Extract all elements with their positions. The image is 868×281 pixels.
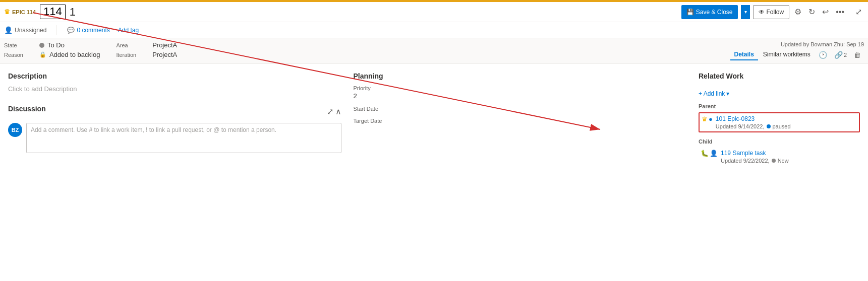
bug-child-icon: 🐛 (701, 150, 709, 157)
child-icons: 🐛 👤 (701, 150, 718, 157)
expand-button[interactable]: ⤢ (853, 5, 864, 19)
start-date-field: Start Date (354, 106, 687, 112)
area-label: Area (116, 42, 136, 48)
new-dot (772, 159, 776, 163)
parent-item-meta: Updated 9/14/2022, paused (716, 123, 857, 129)
discussion-collapse-icon[interactable]: ∧ (335, 107, 341, 116)
comment-icon: 💬 (67, 27, 75, 34)
undo-button[interactable]: ↩ (820, 5, 831, 19)
person-child-icon: 👤 (710, 150, 718, 157)
user-avatar: BZ (8, 123, 22, 137)
paused-dot (767, 124, 771, 128)
state-label: State (4, 42, 23, 48)
settings-button[interactable]: ⚙ (792, 5, 803, 19)
epic-label: EPIC 114 (12, 9, 36, 15)
child-label: Child (699, 138, 860, 145)
crown-icon: ♛ (4, 8, 10, 16)
person-icon: 👤 (4, 26, 13, 34)
main-content: Description Click to add Description Dis… (0, 64, 868, 281)
iteration-label: Iteration (116, 52, 136, 58)
history-button[interactable]: 🕐 (816, 49, 830, 60)
child-item-title[interactable]: 119 Sample task (721, 150, 858, 157)
parent-label: Parent (699, 103, 860, 109)
related-work-panel: Related Work + Add link ▾ Parent ♛ ● 101 (699, 72, 860, 274)
child-section: Child 🐛 👤 119 Sample task Updated 9 (699, 138, 860, 166)
child-item: 🐛 👤 119 Sample task Updated 9/22/2022, (699, 148, 860, 166)
tab-row: Details Similar workitems 🕐 🔗2 🗑 (730, 49, 864, 60)
add-link-button[interactable]: + Add link ▾ (699, 90, 729, 97)
description-placeholder[interactable]: Click to add Description (8, 85, 341, 93)
circle-parent-icon: ● (709, 115, 713, 123)
description-title: Description (8, 72, 341, 80)
eye-icon: 👁 (759, 9, 765, 16)
related-work-title: Related Work (699, 72, 743, 80)
tab-similar[interactable]: Similar workitems (759, 49, 815, 60)
discussion-expand-icon[interactable]: ⤢ (327, 107, 333, 116)
target-date-field: Target Date (354, 118, 687, 124)
crown-parent-icon: ♛ (702, 115, 708, 123)
comment-area: BZ Add a comment. Use # to link a work i… (8, 123, 341, 153)
assigned-to: 👤 Unassigned (4, 26, 46, 34)
parent-item-info: 101 Epic-0823 Updated 9/14/2022, paused (716, 115, 857, 129)
planning-title: Planning (354, 72, 687, 80)
discussion-title: Discussion (8, 105, 46, 113)
top-bar: ♛ EPIC 114 114 1 💾 Save & Close ▾ 👁 Foll… (0, 2, 868, 22)
state-grid: State To Do Area ProjectA Reason 🔒 Added… (4, 41, 177, 58)
comments-link[interactable]: 💬 0 comments (67, 27, 109, 34)
save-icon: 💾 (686, 9, 694, 16)
parent-item: ♛ ● 101 Epic-0823 Updated 9/14/2022, pau (699, 112, 860, 132)
parent-section: Parent ♛ ● 101 Epic-0823 Updated 9/14 (699, 103, 860, 132)
meta-bar: 👤 Unassigned 💬 0 comments Add tag (0, 22, 868, 38)
toolbar-right: 💾 Save & Close ▾ 👁 Follow ⚙ ↻ ↩ ••• ⤢ (681, 5, 864, 19)
work-item-num2: 1 (70, 6, 76, 19)
left-panel: Description Click to add Description Dis… (8, 72, 341, 274)
area-value: ProjectA (152, 41, 177, 49)
child-item-meta: Updated 9/22/2022, New (721, 158, 858, 164)
child-item-info: 119 Sample task Updated 9/22/2022, New (721, 150, 858, 164)
add-tag-button[interactable]: Add tag (118, 27, 139, 34)
parent-item-title[interactable]: 101 Epic-0823 (716, 115, 857, 122)
iteration-value: ProjectA (152, 51, 177, 58)
work-item-id-box: 114 (40, 5, 66, 19)
tab-details[interactable]: Details (730, 49, 758, 60)
parent-icons: ♛ ● (702, 115, 713, 123)
save-close-dropdown[interactable]: ▾ (741, 5, 750, 19)
refresh-button[interactable]: ↻ (806, 5, 817, 19)
related-work-header: Related Work (699, 72, 860, 85)
discussion-header: Discussion ⤢ ∧ (8, 105, 341, 118)
epic-badge: ♛ EPIC 114 (4, 8, 36, 16)
delete-button[interactable]: 🗑 (851, 49, 864, 60)
planning-panel: Planning Priority 2 Start Date Target Da… (354, 72, 687, 274)
state-value[interactable]: To Do (39, 41, 100, 49)
reason-label: Reason (4, 52, 23, 58)
discussion-icons: ⤢ ∧ (327, 107, 341, 116)
updated-text: Updated by Bowman Zhu: Sep 19 (781, 41, 864, 47)
state-bar: State To Do Area ProjectA Reason 🔒 Added… (0, 38, 868, 64)
comment-placeholder: Add a comment. Use # to link a work item… (31, 126, 276, 133)
links-button[interactable]: 🔗2 (831, 49, 850, 60)
priority-field: Priority 2 (354, 85, 687, 100)
state-bar-right: Updated by Bowman Zhu: Sep 19 Details Si… (730, 41, 864, 60)
lock-icon: 🔒 (39, 51, 46, 58)
dropdown-chevron: ▾ (726, 90, 729, 97)
comment-input[interactable]: Add a comment. Use # to link a work item… (26, 123, 341, 153)
save-close-button[interactable]: 💾 Save & Close (681, 5, 738, 19)
state-dot (39, 43, 44, 48)
follow-button[interactable]: 👁 Follow (753, 5, 790, 19)
reason-value: 🔒 Added to backlog (39, 51, 100, 58)
more-button[interactable]: ••• (834, 5, 846, 19)
